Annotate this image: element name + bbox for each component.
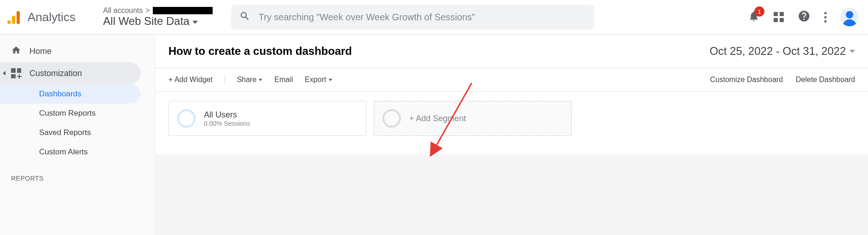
segment-circle-icon xyxy=(177,109,196,128)
dashboard-toolbar: + Add Widget Share Email Export xyxy=(156,68,868,92)
delete-dashboard-label: Delete Dashboard xyxy=(796,76,855,84)
share-label: Share xyxy=(237,76,257,84)
add-widget-label: + Add Widget xyxy=(168,76,213,84)
more-menu-icon[interactable] xyxy=(824,12,827,23)
delete-dashboard-button[interactable]: Delete Dashboard xyxy=(796,76,855,84)
apps-icon[interactable] xyxy=(774,12,784,22)
help-icon[interactable] xyxy=(798,10,810,24)
breadcrumb-separator: > xyxy=(145,6,150,15)
account-breadcrumb: All accounts > xyxy=(103,6,213,15)
left-nav: Home Customization Dashboards Custom Rep… xyxy=(0,35,156,235)
bell-icon xyxy=(748,16,760,24)
search-icon xyxy=(239,11,250,24)
nav-dashboards-label: Dashboards xyxy=(39,89,81,99)
customize-dashboard-label: Customize Dashboard xyxy=(710,76,783,84)
nav-saved-reports[interactable]: Saved Reports xyxy=(0,123,155,142)
nav-custom-alerts-label: Custom Alerts xyxy=(39,147,88,157)
dashboard-panel: How to create a custom dashboard Oct 25,… xyxy=(156,35,868,154)
search-box[interactable] xyxy=(231,5,595,29)
nav-customization-label: Customization xyxy=(29,69,82,78)
chevron-left-icon xyxy=(3,71,6,76)
search-input[interactable] xyxy=(259,12,586,23)
date-range-picker[interactable]: Oct 25, 2022 - Oct 31, 2022 xyxy=(710,45,855,58)
top-bar: Analytics All accounts > All Web Site Da… xyxy=(0,0,868,35)
nav-home[interactable]: Home xyxy=(0,40,155,62)
nav-custom-reports[interactable]: Custom Reports xyxy=(0,104,155,123)
nav-reports-heading: REPORTS xyxy=(0,162,155,186)
segment-circle-icon xyxy=(382,109,401,128)
breadcrumb-prefix: All accounts xyxy=(103,6,143,15)
nav-customization[interactable]: Customization xyxy=(0,62,140,84)
account-avatar[interactable] xyxy=(840,8,859,26)
view-name: All Web Site Data xyxy=(103,15,190,28)
nav-dashboards[interactable]: Dashboards xyxy=(0,84,140,104)
customize-dashboard-button[interactable]: Customize Dashboard xyxy=(710,76,783,84)
nav-custom-alerts[interactable]: Custom Alerts xyxy=(0,142,155,162)
segments-row: All Users 0.00% Sessions + Add Segment xyxy=(156,92,868,154)
svg-line-0 xyxy=(433,83,472,152)
nav-custom-reports-label: Custom Reports xyxy=(39,109,96,118)
view-picker[interactable]: All accounts > All Web Site Data xyxy=(103,6,213,28)
date-range-label: Oct 25, 2022 - Oct 31, 2022 xyxy=(710,45,846,58)
segment-subtext: 0.00% Sessions xyxy=(204,120,250,127)
add-widget-button[interactable]: + Add Widget xyxy=(168,76,213,84)
analytics-logo-icon xyxy=(7,10,21,24)
segment-all-users[interactable]: All Users 0.00% Sessions xyxy=(168,101,366,136)
chevron-down-icon xyxy=(850,50,855,53)
nav-home-label: Home xyxy=(29,47,52,56)
body-layout: Home Customization Dashboards Custom Rep… xyxy=(0,35,868,235)
segment-name: All Users xyxy=(204,110,250,120)
chevron-down-icon xyxy=(259,79,262,81)
share-button[interactable]: Share xyxy=(237,76,263,84)
notifications-button[interactable]: 1 xyxy=(748,10,760,24)
account-name-redacted xyxy=(153,7,213,14)
notification-badge: 1 xyxy=(754,6,764,17)
product-logo[interactable]: Analytics xyxy=(5,10,75,24)
home-icon xyxy=(11,45,21,58)
dashboard-header: How to create a custom dashboard Oct 25,… xyxy=(156,35,868,68)
chevron-down-icon xyxy=(329,79,332,81)
toolbar-separator xyxy=(225,74,225,85)
email-label: Email xyxy=(274,76,293,84)
export-button[interactable]: Export xyxy=(305,76,332,84)
top-actions: 1 xyxy=(748,8,859,26)
annotation-arrow xyxy=(426,81,481,159)
export-label: Export xyxy=(305,76,326,84)
main-content: How to create a custom dashboard Oct 25,… xyxy=(156,35,868,235)
dashboard-title: How to create a custom dashboard xyxy=(168,45,352,58)
chevron-down-icon xyxy=(192,21,198,24)
email-button[interactable]: Email xyxy=(274,76,293,84)
nav-saved-reports-label: Saved Reports xyxy=(39,128,91,137)
product-name: Analytics xyxy=(28,10,75,24)
customization-icon xyxy=(11,68,21,78)
